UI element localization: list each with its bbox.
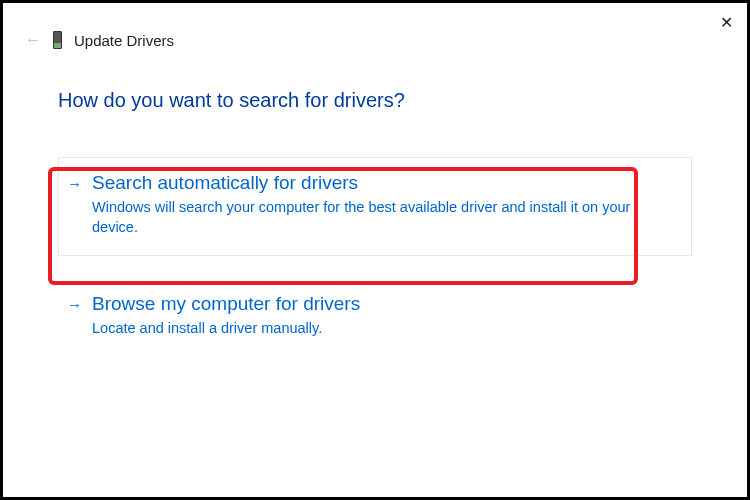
option-search-automatically[interactable]: → Search automatically for drivers Windo… [58, 157, 692, 256]
arrow-right-icon: → [67, 296, 82, 313]
dialog-content: How do you want to search for drivers? →… [3, 59, 747, 358]
device-icon [53, 31, 62, 49]
option-description: Locate and install a driver manually. [92, 319, 632, 339]
back-arrow-icon[interactable]: ← [25, 31, 41, 49]
close-button[interactable]: ✕ [720, 13, 733, 32]
arrow-right-icon: → [67, 175, 82, 192]
dialog-header: ← Update Drivers [3, 3, 747, 59]
option-title: Search automatically for drivers [92, 172, 358, 194]
options-list: → Search automatically for drivers Windo… [58, 157, 692, 358]
question-heading: How do you want to search for drivers? [58, 89, 692, 112]
option-description: Windows will search your computer for th… [92, 198, 632, 237]
close-icon: ✕ [720, 14, 733, 31]
option-title: Browse my computer for drivers [92, 293, 360, 315]
dialog-title: Update Drivers [74, 32, 174, 49]
option-browse-computer[interactable]: → Browse my computer for drivers Locate … [58, 278, 692, 358]
